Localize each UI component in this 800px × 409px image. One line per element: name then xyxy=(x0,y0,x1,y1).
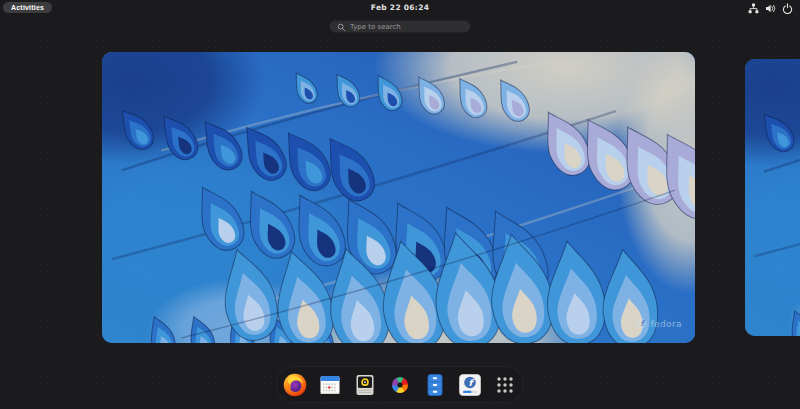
top-bar: Activities Feb 22 06:24 xyxy=(0,0,800,16)
wallpaper-secondary xyxy=(745,59,800,336)
firefox-icon xyxy=(282,372,308,398)
clock-label[interactable]: Feb 22 06:24 xyxy=(371,3,429,12)
show-apps-button[interactable] xyxy=(492,372,518,398)
activities-button[interactable]: Activities xyxy=(3,2,52,13)
wallpaper-primary xyxy=(102,52,695,343)
volume-icon xyxy=(765,3,776,14)
dock-firefox-button[interactable] xyxy=(282,372,308,398)
dock-music-button[interactable] xyxy=(352,372,378,398)
dock-photos-button[interactable] xyxy=(387,372,413,398)
photos-pinwheel-icon xyxy=(387,372,413,398)
files-cabinet-icon xyxy=(422,372,448,398)
show-apps-grid-icon xyxy=(492,372,518,398)
fedora-installer-icon: f xyxy=(457,372,483,398)
search-placeholder: Type to search xyxy=(350,23,401,31)
network-wired-icon xyxy=(748,3,759,14)
search-input[interactable]: Type to search xyxy=(329,20,471,33)
calendar-icon xyxy=(317,372,343,398)
dock-calendar-button[interactable] xyxy=(317,372,343,398)
workspace-thumbnail-primary[interactable]: f fedora xyxy=(102,52,695,343)
workspace-thumbnail-secondary[interactable] xyxy=(745,59,800,336)
system-status-area[interactable] xyxy=(748,3,793,14)
dock: f xyxy=(276,366,524,403)
dock-fedora-installer-button[interactable]: f xyxy=(457,372,483,398)
search-icon xyxy=(337,17,346,36)
dock-files-button[interactable] xyxy=(422,372,448,398)
power-icon xyxy=(782,3,793,14)
desktop-overview: Activities Feb 22 06:24 xyxy=(0,0,800,409)
music-speaker-icon xyxy=(352,372,378,398)
